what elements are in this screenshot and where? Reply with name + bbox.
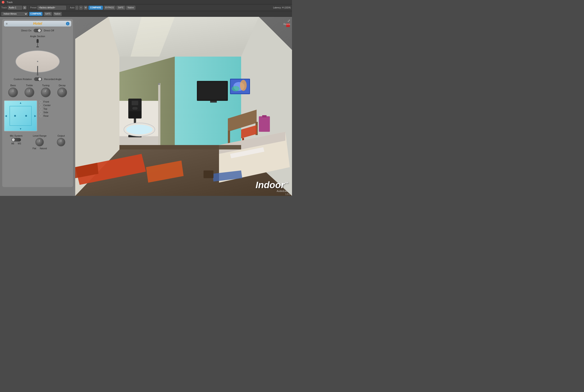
svg-rect-11 — [158, 83, 160, 145]
preset-select[interactable]: <factory default> — [37, 6, 66, 10]
level-sub-labels: Flat Natural — [33, 147, 47, 150]
direct-section: Direct On Direct Off — [4, 29, 71, 32]
main-content: ≡ Hotel i Direct On Direct Off Angle Sec… — [0, 17, 292, 196]
radio-top[interactable] — [39, 108, 42, 110]
svg-marker-10 — [120, 136, 159, 145]
latency-display: Latency: H (1024) — [273, 6, 291, 9]
output-label: Output — [58, 134, 65, 137]
track-name-selector[interactable]: Indoor Atmos — [1, 12, 28, 16]
plus-button[interactable]: + — [79, 6, 83, 10]
brand-name: Indoor™ — [256, 180, 288, 190]
lower-section: ▲ ◀ ▶ ▼ Front Center — [4, 100, 71, 131]
plugin-title-bar: ≡ Hotel i — [4, 21, 71, 26]
natural-label: Natural — [40, 147, 47, 150]
track-section: Track a — [1, 6, 26, 10]
native-button[interactable]: Native — [126, 6, 135, 10]
angle-section-container: Angle Section — [4, 35, 71, 75]
radio-side[interactable] — [39, 111, 42, 114]
track-native-button[interactable]: Native — [53, 12, 62, 16]
svg-rect-43 — [204, 170, 214, 178]
svg-rect-15 — [210, 101, 217, 102]
info-icon[interactable]: i — [66, 22, 70, 26]
compare-button[interactable]: COMPARE — [89, 6, 103, 10]
viz-inner — [10, 106, 32, 126]
output-group: Output — [57, 134, 65, 146]
speaker-center[interactable]: Center — [39, 104, 71, 106]
speaker-top-label: Top — [43, 108, 47, 110]
decay-group: Decay — [57, 84, 67, 97]
viz-dot-left — [14, 115, 16, 117]
window-title: Track — [7, 1, 13, 4]
plugin-title: Hotel — [9, 22, 66, 26]
track-tag: a — [23, 6, 27, 9]
bass-knob[interactable] — [8, 88, 18, 97]
track-compare-button[interactable]: COMPARE — [29, 12, 43, 16]
midi-button[interactable]: M — [84, 6, 88, 10]
svg-marker-45 — [120, 145, 241, 150]
speaker-top[interactable]: Top — [39, 108, 71, 110]
bass-group: Bass — [8, 84, 18, 97]
angle-ellipse-container[interactable] — [16, 48, 60, 75]
divider-1 — [28, 6, 28, 10]
ms-label: MS — [18, 142, 21, 145]
angle-container — [4, 39, 71, 75]
speaker-front[interactable]: Front — [39, 100, 71, 103]
svg-rect-22 — [228, 131, 230, 144]
auto-section: Auto - + M COMPARE BYPASS SAFE Native — [70, 6, 135, 10]
version-text: 1.0.0 — [285, 193, 290, 196]
svg-rect-38 — [132, 107, 138, 110]
bypass-button[interactable]: BYPASS — [104, 6, 116, 10]
track-safe-button[interactable]: SAFE — [44, 12, 52, 16]
rotation-toggle[interactable] — [34, 78, 42, 81]
svg-point-42 — [126, 125, 153, 134]
svg-rect-37 — [132, 101, 138, 105]
svg-rect-33 — [259, 116, 270, 132]
plugin-inner: ≡ Hotel i Direct On Direct Off Angle Sec… — [2, 19, 73, 187]
output-knob[interactable] — [57, 138, 65, 146]
plugin-panel: ≡ Hotel i Direct On Direct Off Angle Sec… — [0, 17, 75, 196]
svg-point-19 — [240, 80, 247, 91]
mic-body — [37, 39, 39, 43]
resize-label: Resize — [283, 23, 290, 26]
menu-icon[interactable]: ≡ — [6, 22, 8, 26]
svg-rect-12 — [158, 83, 160, 85]
visualizer-box[interactable]: ▲ ◀ ▶ ▼ — [4, 100, 37, 131]
mic-sub-labels: AB MS — [11, 142, 21, 145]
angle-center-dot — [37, 61, 38, 62]
direct-toggle[interactable] — [34, 29, 42, 32]
close-button[interactable] — [2, 1, 5, 4]
track-name-input[interactable] — [8, 6, 22, 10]
mic-system-label: Mic System — [10, 134, 23, 137]
direct-on-label: Direct On — [21, 29, 32, 32]
radio-front[interactable] — [39, 100, 42, 103]
svg-marker-2 — [108, 17, 259, 56]
tuning-knob[interactable] — [41, 88, 51, 97]
svg-point-20 — [232, 86, 240, 91]
decay-knob[interactable] — [57, 88, 67, 97]
speaker-rear[interactable]: Rear — [39, 114, 71, 117]
speaker-center-label: Center — [43, 104, 51, 106]
toggle-knob — [38, 29, 41, 32]
speaker-side[interactable]: Side — [39, 111, 71, 114]
angle-indicator — [37, 66, 38, 75]
minus-button[interactable]: - — [76, 6, 78, 10]
mic-icon — [36, 39, 40, 48]
viz-arrow-top[interactable]: ▲ — [19, 101, 22, 104]
rotation-knob — [38, 78, 41, 81]
auto-label: Auto — [70, 6, 75, 9]
resize-button[interactable]: ⤢ — [287, 18, 290, 23]
level-range-knob[interactable] — [36, 138, 44, 146]
knobs-section: Bass Treble Tuning Decay — [4, 84, 71, 97]
viz-arrow-left[interactable]: ◀ — [5, 114, 7, 118]
treble-knob[interactable] — [25, 88, 34, 97]
safe-button[interactable]: SAFE — [116, 6, 125, 10]
preset-section: Preset <factory default> — [30, 6, 66, 10]
svg-rect-14 — [198, 82, 227, 100]
header-bar: Track a Preset <factory default> Auto - … — [0, 4, 292, 11]
mic-toggle[interactable] — [11, 138, 21, 142]
viz-arrow-bottom[interactable]: ▼ — [19, 127, 22, 130]
room-3d-view — [75, 17, 292, 196]
viz-arrow-right[interactable]: ▶ — [34, 114, 36, 118]
radio-rear[interactable] — [39, 114, 42, 117]
radio-center[interactable] — [39, 104, 42, 106]
